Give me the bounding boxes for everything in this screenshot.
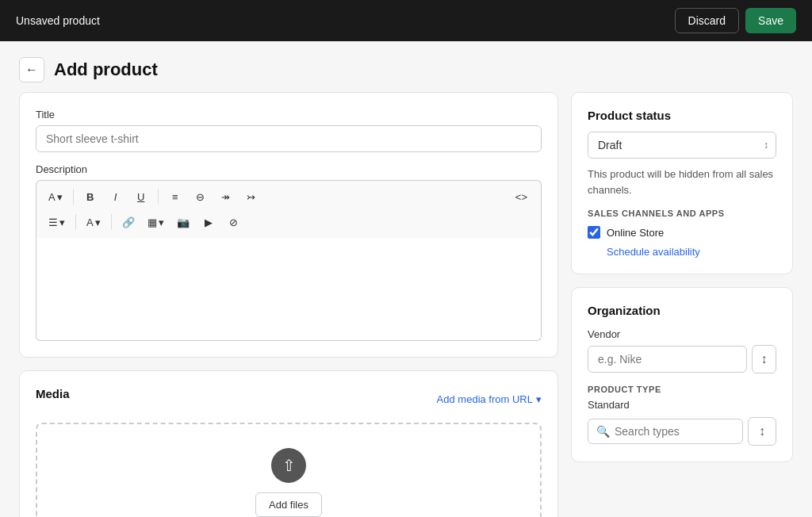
left-column: Title Description A ▾ B I U ≡ ⊖ ↠	[19, 92, 558, 517]
online-store-row: Online Store	[588, 226, 776, 239]
font-button[interactable]: A ▾	[43, 186, 68, 208]
vendor-label: Vendor	[588, 328, 776, 340]
status-hint: This product will be hidden from all sal…	[588, 167, 776, 197]
toolbar-row-2: ☰ ▾ A ▾ 🔗 ▦ ▾ 📷 ▶ ⊘	[43, 211, 534, 233]
color-icon: A	[86, 216, 94, 228]
divider-1	[73, 189, 74, 205]
save-button[interactable]: Save	[745, 8, 796, 33]
font-label: A	[48, 191, 56, 203]
product-status-card: Product status Draft Active ↕ This produ…	[571, 92, 793, 274]
upload-icon: ⇧	[271, 448, 306, 483]
product-type-section-label: PRODUCT TYPE	[588, 385, 776, 394]
status-select[interactable]: Draft Active	[588, 132, 776, 159]
color-button[interactable]: A ▾	[81, 211, 106, 233]
title-label: Title	[36, 109, 542, 121]
back-button[interactable]: ←	[19, 57, 44, 82]
color-arrow: ▾	[95, 216, 101, 228]
status-select-wrapper: Draft Active ↕	[588, 132, 776, 159]
video-button[interactable]: ▶	[197, 211, 220, 233]
vendor-stepper-button[interactable]: ↕	[752, 345, 776, 373]
discard-button[interactable]: Discard	[675, 8, 739, 33]
divider-3	[75, 214, 76, 230]
title-input[interactable]	[36, 125, 542, 152]
vendor-row: ↕	[588, 345, 776, 373]
align-arrow: ▾	[59, 216, 65, 228]
right-column: Product status Draft Active ↕ This produ…	[571, 92, 793, 462]
add-media-label: Add media from URL	[437, 393, 533, 405]
unordered-list-button[interactable]: ≡	[163, 186, 187, 208]
divider-2	[158, 189, 159, 205]
online-store-label: Online Store	[607, 227, 664, 239]
table-arrow: ▾	[159, 216, 164, 228]
page-title: Add product	[54, 59, 158, 80]
media-header: Media Add media from URL ▾	[36, 387, 542, 412]
indent-out-button[interactable]: ↠	[214, 186, 238, 208]
font-arrow: ▾	[57, 191, 63, 203]
table-icon: ▦	[147, 216, 157, 228]
search-icon: 🔍	[596, 425, 610, 438]
divider-4	[111, 214, 112, 230]
online-store-checkbox[interactable]	[588, 226, 600, 239]
align-icon: ☰	[48, 216, 58, 228]
organization-title: Organization	[588, 304, 776, 317]
page-header: ← Add product	[0, 41, 812, 92]
link-button[interactable]: 🔗	[117, 211, 140, 233]
add-media-arrow: ▾	[536, 393, 542, 405]
product-type-stepper-button[interactable]: ↕	[748, 417, 776, 446]
vendor-input[interactable]	[588, 346, 747, 373]
organization-card: Organization Vendor ↕ PRODUCT TYPE Stand…	[571, 287, 793, 462]
upload-area[interactable]: ⇧ Add files	[36, 423, 542, 517]
product-status-title: Product status	[588, 109, 776, 122]
add-media-url-button[interactable]: Add media from URL ▾	[437, 393, 542, 405]
table-button[interactable]: ▦ ▾	[142, 211, 170, 233]
product-type-value: Standard	[588, 399, 776, 411]
search-types-field[interactable]: 🔍	[588, 419, 743, 444]
sales-channels-label: SALES CHANNELS AND APPS	[588, 209, 776, 218]
code-button[interactable]: <>	[508, 186, 534, 208]
topbar: Unsaved product Discard Save	[0, 0, 812, 41]
schedule-availability-link[interactable]: Schedule availability	[607, 246, 700, 258]
media-title: Media	[36, 387, 70, 400]
topbar-actions: Discard Save	[675, 8, 796, 33]
ordered-list-button[interactable]: ⊖	[189, 186, 213, 208]
editor-toolbar: A ▾ B I U ≡ ⊖ ↠ ↣ <> ☰	[36, 180, 542, 238]
bold-button[interactable]: B	[79, 186, 102, 208]
search-types-wrapper: 🔍 ↕	[588, 417, 776, 446]
embed-button[interactable]: ⊘	[222, 211, 246, 233]
search-types-input[interactable]	[615, 425, 734, 438]
italic-button[interactable]: I	[104, 186, 128, 208]
align-button[interactable]: ☰ ▾	[43, 211, 71, 233]
toolbar-row-1: A ▾ B I U ≡ ⊖ ↠ ↣ <>	[43, 186, 534, 208]
underline-button[interactable]: U	[129, 186, 153, 208]
media-card: Media Add media from URL ▾ ⇧ Add files	[19, 370, 558, 517]
image-button[interactable]: 📷	[171, 211, 195, 233]
main-layout: Title Description A ▾ B I U ≡ ⊖ ↠	[0, 92, 812, 517]
editor-area[interactable]	[36, 238, 542, 341]
add-files-button[interactable]: Add files	[255, 492, 322, 517]
description-label: Description	[36, 163, 542, 175]
topbar-title: Unsaved product	[16, 14, 100, 27]
product-details-card: Title Description A ▾ B I U ≡ ⊖ ↠	[19, 92, 558, 358]
indent-in-button[interactable]: ↣	[239, 186, 263, 208]
